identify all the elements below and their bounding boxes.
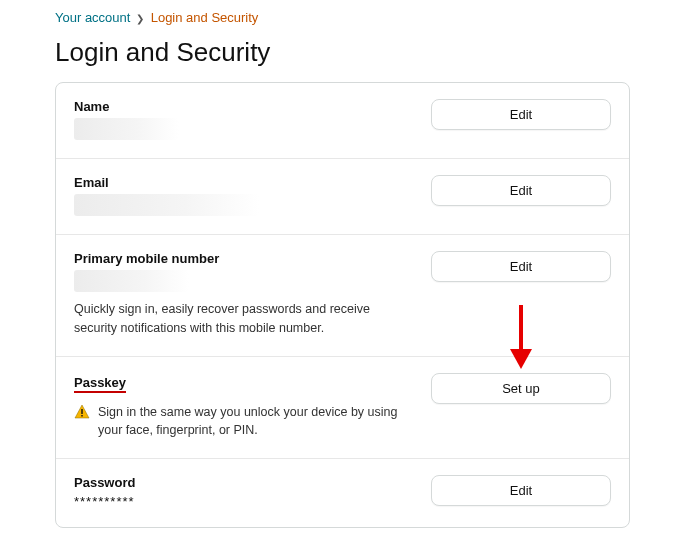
edit-email-button[interactable]: Edit bbox=[431, 175, 611, 206]
warning-icon bbox=[74, 404, 90, 424]
password-label: Password bbox=[74, 475, 411, 490]
phone-value-redacted bbox=[74, 270, 189, 292]
name-value-redacted bbox=[74, 118, 179, 140]
phone-label: Primary mobile number bbox=[74, 251, 411, 266]
row-email: Email Edit bbox=[56, 159, 629, 235]
edit-password-button[interactable]: Edit bbox=[431, 475, 611, 506]
email-label: Email bbox=[74, 175, 411, 190]
breadcrumb-current: Login and Security bbox=[151, 10, 259, 25]
chevron-right-icon: ❯ bbox=[136, 13, 144, 24]
breadcrumb: Your account ❯ Login and Security bbox=[55, 0, 630, 37]
row-passkey: Passkey Sign in the same way you unlock … bbox=[56, 357, 629, 460]
password-masked-value: ********** bbox=[74, 494, 411, 509]
passkey-description: Sign in the same way you unlock your dev… bbox=[98, 403, 411, 441]
page-title: Login and Security bbox=[55, 37, 630, 68]
email-value-redacted bbox=[74, 194, 259, 216]
breadcrumb-root-link[interactable]: Your account bbox=[55, 10, 130, 25]
svg-rect-2 bbox=[81, 415, 82, 417]
settings-card: Name Edit Email Edit Primary mobile numb… bbox=[55, 82, 630, 528]
phone-description: Quickly sign in, easily recover password… bbox=[74, 300, 411, 338]
svg-rect-1 bbox=[81, 409, 82, 414]
name-label: Name bbox=[74, 99, 411, 114]
row-name: Name Edit bbox=[56, 83, 629, 159]
edit-phone-button[interactable]: Edit bbox=[431, 251, 611, 282]
passkey-label: Passkey bbox=[74, 375, 126, 393]
row-password: Password ********** Edit bbox=[56, 459, 629, 527]
edit-name-button[interactable]: Edit bbox=[431, 99, 611, 130]
row-phone: Primary mobile number Quickly sign in, e… bbox=[56, 235, 629, 357]
setup-passkey-button[interactable]: Set up bbox=[431, 373, 611, 404]
